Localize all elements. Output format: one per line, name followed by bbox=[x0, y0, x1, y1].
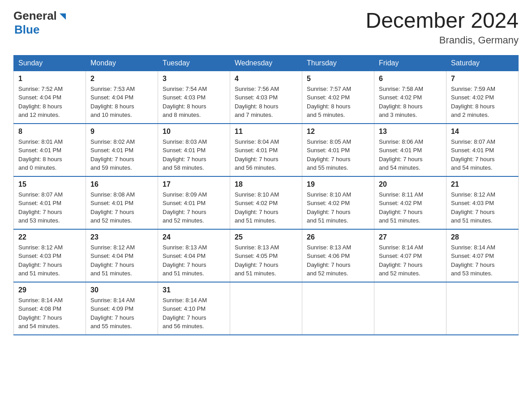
calendar-cell: 22Sunrise: 8:12 AMSunset: 4:03 PMDayligh… bbox=[14, 229, 86, 282]
location-title: Brandis, Germany bbox=[365, 34, 519, 46]
header-day-wednesday: Wednesday bbox=[230, 55, 302, 71]
calendar-cell bbox=[374, 282, 446, 335]
calendar-cell: 15Sunrise: 8:07 AMSunset: 4:01 PMDayligh… bbox=[14, 176, 86, 229]
day-number: 23 bbox=[90, 233, 153, 241]
day-info: Sunrise: 8:01 AMSunset: 4:01 PMDaylight:… bbox=[18, 137, 81, 172]
day-number: 3 bbox=[163, 75, 225, 83]
day-info: Sunrise: 8:13 AMSunset: 4:05 PMDaylight:… bbox=[235, 243, 297, 278]
header-day-sunday: Sunday bbox=[14, 55, 86, 71]
day-info: Sunrise: 8:03 AMSunset: 4:01 PMDaylight:… bbox=[163, 137, 225, 172]
calendar-week-2: 8Sunrise: 8:01 AMSunset: 4:01 PMDaylight… bbox=[14, 124, 519, 176]
day-number: 1 bbox=[18, 75, 81, 83]
header-day-monday: Monday bbox=[86, 55, 158, 71]
calendar-cell bbox=[230, 282, 302, 335]
title-section: December 2024 Brandis, Germany bbox=[365, 9, 519, 46]
day-info: Sunrise: 8:07 AMSunset: 4:01 PMDaylight:… bbox=[18, 190, 81, 225]
day-number: 7 bbox=[451, 75, 514, 83]
logo-text-general: General bbox=[13, 9, 57, 23]
page-header: General Blue December 2024 Brandis, Germ… bbox=[13, 9, 519, 46]
day-info: Sunrise: 8:14 AMSunset: 4:10 PMDaylight:… bbox=[163, 296, 225, 331]
calendar-cell: 23Sunrise: 8:12 AMSunset: 4:04 PMDayligh… bbox=[86, 229, 158, 282]
header-row: SundayMondayTuesdayWednesdayThursdayFrid… bbox=[14, 55, 519, 71]
calendar-cell: 28Sunrise: 8:14 AMSunset: 4:07 PMDayligh… bbox=[446, 229, 519, 282]
day-info: Sunrise: 8:06 AMSunset: 4:01 PMDaylight:… bbox=[379, 137, 442, 172]
calendar-cell: 31Sunrise: 8:14 AMSunset: 4:10 PMDayligh… bbox=[158, 282, 230, 335]
calendar-cell: 3Sunrise: 7:54 AMSunset: 4:03 PMDaylight… bbox=[158, 71, 230, 124]
day-number: 24 bbox=[163, 233, 225, 241]
day-info: Sunrise: 8:13 AMSunset: 4:04 PMDaylight:… bbox=[163, 243, 225, 278]
day-number: 26 bbox=[307, 233, 369, 241]
day-number: 13 bbox=[379, 128, 442, 136]
day-info: Sunrise: 8:09 AMSunset: 4:01 PMDaylight:… bbox=[163, 190, 225, 225]
calendar-cell: 1Sunrise: 7:52 AMSunset: 4:04 PMDaylight… bbox=[14, 71, 86, 124]
day-info: Sunrise: 8:13 AMSunset: 4:06 PMDaylight:… bbox=[307, 243, 369, 278]
day-info: Sunrise: 8:14 AMSunset: 4:08 PMDaylight:… bbox=[18, 296, 81, 331]
calendar-cell: 29Sunrise: 8:14 AMSunset: 4:08 PMDayligh… bbox=[14, 282, 86, 335]
day-number: 30 bbox=[90, 286, 153, 294]
day-info: Sunrise: 7:57 AMSunset: 4:02 PMDaylight:… bbox=[307, 85, 369, 120]
day-number: 9 bbox=[90, 128, 153, 136]
calendar-cell: 10Sunrise: 8:03 AMSunset: 4:01 PMDayligh… bbox=[158, 124, 230, 176]
day-info: Sunrise: 8:14 AMSunset: 4:07 PMDaylight:… bbox=[379, 243, 442, 278]
day-number: 8 bbox=[18, 128, 81, 136]
day-info: Sunrise: 8:10 AMSunset: 4:02 PMDaylight:… bbox=[307, 190, 369, 225]
day-number: 14 bbox=[451, 128, 514, 136]
calendar-table: SundayMondayTuesdayWednesdayThursdayFrid… bbox=[13, 55, 519, 335]
calendar-week-4: 22Sunrise: 8:12 AMSunset: 4:03 PMDayligh… bbox=[14, 229, 519, 282]
day-info: Sunrise: 8:07 AMSunset: 4:01 PMDaylight:… bbox=[451, 137, 514, 172]
calendar-cell: 16Sunrise: 8:08 AMSunset: 4:01 PMDayligh… bbox=[86, 176, 158, 229]
day-number: 2 bbox=[90, 75, 153, 83]
calendar-cell: 30Sunrise: 8:14 AMSunset: 4:09 PMDayligh… bbox=[86, 282, 158, 335]
calendar-header: SundayMondayTuesdayWednesdayThursdayFrid… bbox=[14, 55, 519, 71]
day-info: Sunrise: 8:12 AMSunset: 4:04 PMDaylight:… bbox=[90, 243, 153, 278]
calendar-cell bbox=[302, 282, 374, 335]
day-info: Sunrise: 7:59 AMSunset: 4:02 PMDaylight:… bbox=[451, 85, 514, 120]
day-number: 20 bbox=[379, 180, 442, 188]
calendar-cell: 8Sunrise: 8:01 AMSunset: 4:01 PMDaylight… bbox=[14, 124, 86, 176]
day-info: Sunrise: 8:02 AMSunset: 4:01 PMDaylight:… bbox=[90, 137, 153, 172]
day-info: Sunrise: 8:08 AMSunset: 4:01 PMDaylight:… bbox=[90, 190, 153, 225]
header-day-friday: Friday bbox=[374, 55, 446, 71]
day-info: Sunrise: 8:12 AMSunset: 4:03 PMDaylight:… bbox=[18, 243, 81, 278]
day-info: Sunrise: 7:53 AMSunset: 4:04 PMDaylight:… bbox=[90, 85, 153, 120]
calendar-cell: 26Sunrise: 8:13 AMSunset: 4:06 PMDayligh… bbox=[302, 229, 374, 282]
day-number: 21 bbox=[451, 180, 514, 188]
day-info: Sunrise: 8:12 AMSunset: 4:03 PMDaylight:… bbox=[451, 190, 514, 225]
day-number: 6 bbox=[379, 75, 442, 83]
calendar-cell: 25Sunrise: 8:13 AMSunset: 4:05 PMDayligh… bbox=[230, 229, 302, 282]
day-info: Sunrise: 7:56 AMSunset: 4:03 PMDaylight:… bbox=[235, 85, 297, 120]
calendar-cell: 12Sunrise: 8:05 AMSunset: 4:01 PMDayligh… bbox=[302, 124, 374, 176]
day-info: Sunrise: 8:04 AMSunset: 4:01 PMDaylight:… bbox=[235, 137, 297, 172]
calendar-cell: 13Sunrise: 8:06 AMSunset: 4:01 PMDayligh… bbox=[374, 124, 446, 176]
calendar-cell: 24Sunrise: 8:13 AMSunset: 4:04 PMDayligh… bbox=[158, 229, 230, 282]
calendar-week-3: 15Sunrise: 8:07 AMSunset: 4:01 PMDayligh… bbox=[14, 176, 519, 229]
day-number: 28 bbox=[451, 233, 514, 241]
day-number: 11 bbox=[235, 128, 297, 136]
day-info: Sunrise: 8:14 AMSunset: 4:09 PMDaylight:… bbox=[90, 296, 153, 331]
calendar-body: 1Sunrise: 7:52 AMSunset: 4:04 PMDaylight… bbox=[14, 71, 519, 335]
month-title: December 2024 bbox=[365, 9, 519, 33]
calendar-week-5: 29Sunrise: 8:14 AMSunset: 4:08 PMDayligh… bbox=[14, 282, 519, 335]
header-day-tuesday: Tuesday bbox=[158, 55, 230, 71]
calendar-cell: 9Sunrise: 8:02 AMSunset: 4:01 PMDaylight… bbox=[86, 124, 158, 176]
day-info: Sunrise: 8:14 AMSunset: 4:07 PMDaylight:… bbox=[451, 243, 514, 278]
logo: General Blue bbox=[13, 9, 68, 37]
calendar-cell: 19Sunrise: 8:10 AMSunset: 4:02 PMDayligh… bbox=[302, 176, 374, 229]
day-info: Sunrise: 8:10 AMSunset: 4:02 PMDaylight:… bbox=[235, 190, 297, 225]
calendar-cell bbox=[446, 282, 519, 335]
calendar-cell: 20Sunrise: 8:11 AMSunset: 4:02 PMDayligh… bbox=[374, 176, 446, 229]
day-number: 5 bbox=[307, 75, 369, 83]
day-info: Sunrise: 8:05 AMSunset: 4:01 PMDaylight:… bbox=[307, 137, 369, 172]
day-number: 31 bbox=[163, 286, 225, 294]
calendar-cell: 14Sunrise: 8:07 AMSunset: 4:01 PMDayligh… bbox=[446, 124, 519, 176]
day-number: 29 bbox=[18, 286, 81, 294]
calendar-cell: 4Sunrise: 7:56 AMSunset: 4:03 PMDaylight… bbox=[230, 71, 302, 124]
calendar-cell: 11Sunrise: 8:04 AMSunset: 4:01 PMDayligh… bbox=[230, 124, 302, 176]
day-number: 27 bbox=[379, 233, 442, 241]
day-number: 22 bbox=[18, 233, 81, 241]
calendar-cell: 6Sunrise: 7:58 AMSunset: 4:02 PMDaylight… bbox=[374, 71, 446, 124]
calendar-cell: 7Sunrise: 7:59 AMSunset: 4:02 PMDaylight… bbox=[446, 71, 519, 124]
header-day-saturday: Saturday bbox=[446, 55, 519, 71]
calendar-cell: 21Sunrise: 8:12 AMSunset: 4:03 PMDayligh… bbox=[446, 176, 519, 229]
calendar-cell: 27Sunrise: 8:14 AMSunset: 4:07 PMDayligh… bbox=[374, 229, 446, 282]
